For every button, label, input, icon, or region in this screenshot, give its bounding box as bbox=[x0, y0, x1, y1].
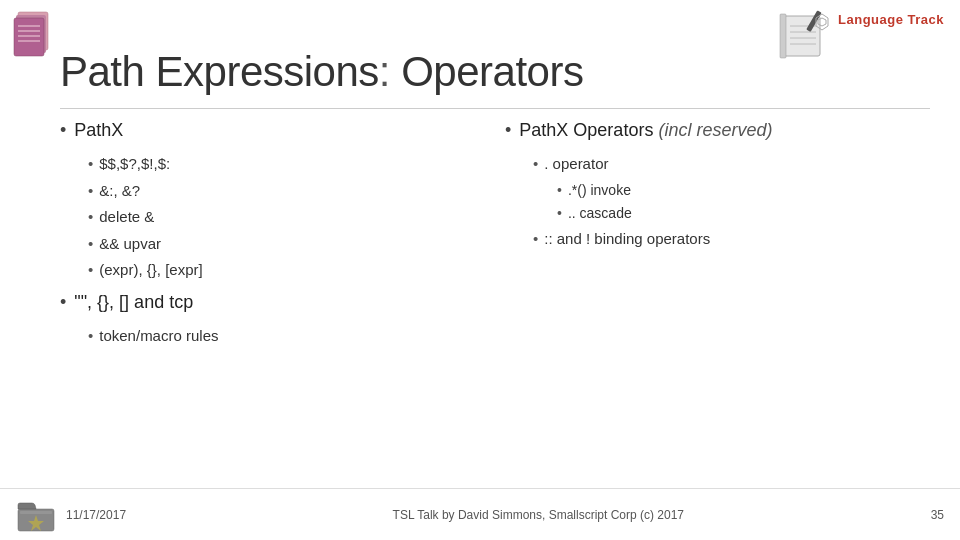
binding-operators-text: :: and ! binding operators bbox=[544, 228, 710, 251]
content-area: • PathX • $$,$?,$!,$: • &:, &? • delete … bbox=[60, 118, 930, 480]
language-track-label: Language Track bbox=[838, 12, 944, 27]
pathx-operators-italic: (incl reserved) bbox=[658, 120, 772, 140]
svg-rect-17 bbox=[20, 511, 52, 514]
sub-text-2: delete & bbox=[99, 206, 154, 229]
sub-bullet-2: • delete & bbox=[88, 206, 485, 229]
sub-text-3: && upvar bbox=[99, 233, 161, 256]
pathx-operators-label: PathX Operators (incl reserved) bbox=[519, 118, 772, 143]
sub-text-0: $$,$?,$!,$: bbox=[99, 153, 170, 176]
invoke-text: .*() invoke bbox=[568, 180, 631, 201]
svg-rect-8 bbox=[780, 14, 786, 58]
right-sub-bullets: • . operator • .*() invoke • .. cascade … bbox=[533, 153, 930, 250]
cascade-bullet: • .. cascade bbox=[557, 203, 930, 224]
dot-operator-bullet: • . operator bbox=[533, 153, 930, 176]
dot-operator-text: . operator bbox=[544, 153, 608, 176]
bullet-dot-pathx: • bbox=[60, 118, 66, 143]
title-divider bbox=[60, 108, 930, 109]
token-macro-bullet: • token/macro rules bbox=[88, 325, 485, 348]
sub-bullet-4: • (expr), {}, [expr] bbox=[88, 259, 485, 282]
pathx-bullet: • PathX bbox=[60, 118, 485, 143]
sub-bullet-3: • && upvar bbox=[88, 233, 485, 256]
title-part2: Operators bbox=[401, 48, 583, 95]
cascade-text: .. cascade bbox=[568, 203, 632, 224]
slide: Language Track Path Expressions: Operato… bbox=[0, 0, 960, 540]
token-macro-text: token/macro rules bbox=[99, 325, 218, 348]
right-column: • PathX Operators (incl reserved) • . op… bbox=[505, 118, 930, 480]
footer-page: 35 bbox=[931, 508, 944, 522]
sub-bullet-1: • &:, &? bbox=[88, 180, 485, 203]
slide-title: Path Expressions: Operators bbox=[60, 48, 583, 96]
invoke-bullet: • .*() invoke bbox=[557, 180, 930, 201]
second-sub-bullets: • token/macro rules bbox=[88, 325, 485, 348]
footer-date: 11/17/2017 bbox=[66, 508, 146, 522]
left-column: • PathX • $$,$?,$!,$: • &:, &? • delete … bbox=[60, 118, 485, 480]
footer: 11/17/2017 TSL Talk by David Simmons, Sm… bbox=[0, 488, 960, 540]
binding-operators-bullet: • :: and ! binding operators bbox=[533, 228, 930, 251]
sub-text-4: (expr), {}, [expr] bbox=[99, 259, 202, 282]
title-separator: : bbox=[379, 48, 401, 95]
pathx-sub-bullets: • $$,$?,$!,$: • &:, &? • delete & • && u… bbox=[88, 153, 485, 282]
title-part1: Path Expressions bbox=[60, 48, 379, 95]
svg-rect-2 bbox=[14, 18, 44, 56]
sub-text-1: &:, &? bbox=[99, 180, 140, 203]
sub-bullet-0: • $$,$?,$!,$: bbox=[88, 153, 485, 176]
top-left-decoration bbox=[12, 8, 54, 60]
bullet-dot-second: • bbox=[60, 290, 66, 315]
footer-icon bbox=[16, 495, 56, 535]
pathx-label: PathX bbox=[74, 118, 123, 143]
footer-center: TSL Talk by David Simmons, Smallscript C… bbox=[146, 508, 931, 522]
pathx-operators-bullet: • PathX Operators (incl reserved) bbox=[505, 118, 930, 143]
top-right-decoration bbox=[778, 8, 830, 60]
bullet-dot-operators: • bbox=[505, 118, 511, 143]
second-bullet-text: "", {}, [] and tcp bbox=[74, 290, 193, 315]
dot-operator-sub-sub: • .*() invoke • .. cascade bbox=[557, 180, 930, 224]
second-main-bullet: • "", {}, [] and tcp bbox=[60, 290, 485, 315]
pathx-operators-text: PathX Operators bbox=[519, 120, 653, 140]
